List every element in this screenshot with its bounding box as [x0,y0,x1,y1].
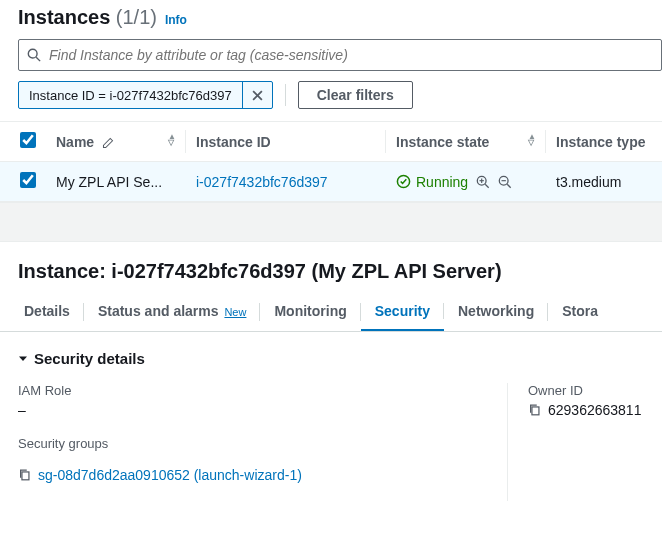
col-id-label: Instance ID [196,134,271,150]
search-icon [27,48,41,62]
zoom-in-icon[interactable] [476,175,490,189]
tab-networking[interactable]: Networking [444,293,548,331]
security-details-header[interactable]: Security details [18,350,644,367]
col-instance-type[interactable]: Instance type [546,122,662,162]
col-state-label: Instance state [396,134,489,150]
security-details-title: Security details [34,350,145,367]
panel-divider [0,202,662,242]
detail-title: Instance: i-027f7432bfc76d397 (My ZPL AP… [0,242,662,293]
col-instance-state[interactable]: Instance state ▲▽ [386,122,546,162]
divider [285,84,286,106]
zoom-out-icon[interactable] [498,175,512,189]
col-instance-id[interactable]: Instance ID [186,122,386,162]
tabs: Details Status and alarms New Monitoring… [0,293,662,332]
caret-down-icon [18,354,28,364]
col-name[interactable]: Name ▲▽ [46,122,186,162]
tab-status-label: Status and alarms [98,303,219,319]
new-badge: New [224,306,246,318]
filter-chip: Instance ID = i-027f7432bfc76d397 [18,81,273,109]
iam-role-value: – [18,402,487,418]
instances-table: Name ▲▽ Instance ID Instance state ▲▽ In… [0,121,662,202]
col-name-label: Name [56,134,94,150]
title-text: Instances [18,6,110,28]
col-type-label: Instance type [556,134,645,150]
check-circle-icon [396,174,411,189]
info-link[interactable]: Info [165,13,187,27]
owner-id-value: 629362663811 [548,402,641,418]
security-group-link[interactable]: sg-08d7d6d2aa0910652 (launch-wizard-1) [38,467,302,483]
pencil-icon [102,137,114,149]
copy-icon[interactable] [18,468,32,482]
table-row[interactable]: My ZPL API Se... i-027f7432bfc76d397 Run… [0,162,662,202]
tab-storage[interactable]: Stora [548,293,612,331]
state-text: Running [416,174,468,190]
svg-line-6 [485,184,489,188]
page-title: Instances (1/1) [18,6,157,29]
select-all-checkbox[interactable] [20,132,36,148]
svg-point-0 [28,49,37,58]
svg-rect-12 [22,472,29,480]
cell-name: My ZPL API Se... [46,162,186,202]
tab-monitoring[interactable]: Monitoring [260,293,360,331]
sort-icon: ▲▽ [168,134,176,146]
instance-count: (1/1) [116,6,157,28]
tab-status[interactable]: Status and alarms New [84,293,261,331]
svg-line-10 [507,184,511,188]
cell-state: Running [396,174,468,190]
tab-details[interactable]: Details [10,293,84,331]
search-input[interactable] [49,47,653,63]
cell-instance-id[interactable]: i-027f7432bfc76d397 [196,174,328,190]
svg-rect-13 [532,407,539,415]
sort-icon: ▲▽ [528,134,536,146]
filter-remove-button[interactable] [242,82,272,108]
row-checkbox[interactable] [20,172,36,188]
copy-icon[interactable] [528,403,542,417]
filter-chip-text: Instance ID = i-027f7432bfc76d397 [19,88,242,103]
clear-filters-button[interactable]: Clear filters [298,81,413,109]
tab-security[interactable]: Security [361,293,444,331]
search-input-wrap[interactable] [18,39,662,71]
col-checkbox [0,122,46,162]
owner-id-label: Owner ID [528,383,641,398]
iam-role-label: IAM Role [18,383,487,398]
security-groups-label: Security groups [18,436,487,451]
svg-line-1 [36,57,40,61]
cell-type: t3.medium [546,162,662,202]
